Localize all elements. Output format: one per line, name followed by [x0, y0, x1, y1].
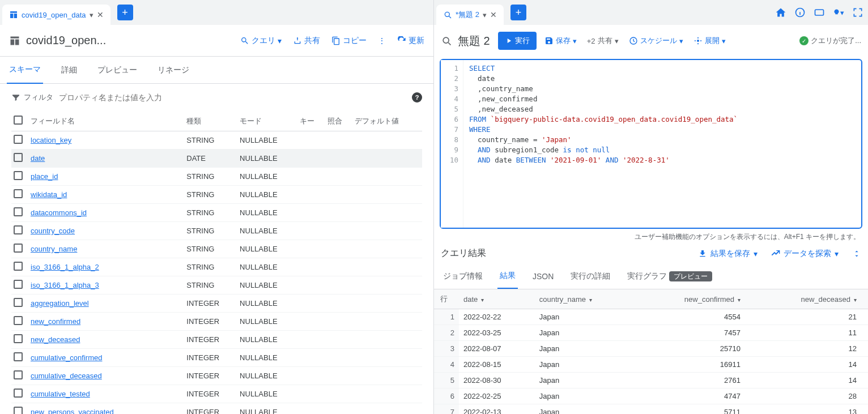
share-button[interactable]: 共有	[293, 36, 320, 46]
table-row[interactable]: new_persons_vaccinated INTEGER NULLABLE	[11, 403, 422, 415]
table-row[interactable]: cumulative_tested INTEGER NULLABLE	[11, 385, 422, 403]
share-button[interactable]: +2 共有 ▾	[587, 36, 619, 46]
tab-details[interactable]: 詳細	[59, 57, 79, 83]
tab-exec-graph[interactable]: 実行グラフプレビュー	[625, 264, 714, 288]
field-link[interactable]: new_confirmed	[31, 317, 80, 326]
lightbulb-icon[interactable]: ▾	[833, 7, 844, 18]
field-link[interactable]: iso_3166_1_alpha_2	[31, 263, 99, 271]
table-row[interactable]: iso_3166_1_alpha_2 STRING NULLABLE	[11, 258, 422, 276]
fullscreen-icon[interactable]	[852, 7, 863, 18]
table-row[interactable]: 6 2022-02-25 Japan 4747 28	[434, 389, 868, 404]
row-checkbox[interactable]	[14, 225, 23, 234]
field-link[interactable]: cumulative_tested	[31, 390, 90, 398]
tab-job-info[interactable]: ジョブ情報	[441, 264, 485, 288]
tab-exec-details[interactable]: 実行の詳細	[568, 264, 612, 288]
table-row[interactable]: date DATE NULLABLE	[11, 150, 422, 168]
results-grid[interactable]: 行 date country_name new_confirmed new_de…	[434, 289, 868, 414]
field-link[interactable]: new_deceased	[31, 335, 80, 344]
col-confirmed[interactable]: new_confirmed	[635, 289, 752, 309]
field-link[interactable]: cumulative_confirmed	[31, 353, 102, 362]
row-checkbox[interactable]	[14, 207, 23, 216]
tab-results[interactable]: 結果	[497, 264, 518, 289]
save-button[interactable]: 保存 ▾	[544, 36, 577, 46]
field-link[interactable]: cumulative_deceased	[31, 372, 102, 380]
col-date[interactable]: date	[459, 289, 535, 309]
row-checkbox[interactable]	[14, 153, 23, 162]
row-checkbox[interactable]	[14, 135, 23, 144]
dropdown-icon[interactable]: ▾	[90, 11, 93, 19]
row-checkbox[interactable]	[14, 189, 23, 198]
explore-button[interactable]: データを探索 ▾	[771, 249, 839, 259]
row-checkbox[interactable]	[14, 316, 23, 325]
row-checkbox[interactable]	[14, 370, 23, 379]
sql-editor[interactable]: 12345678910 SELECT date ,country_name ,n…	[440, 59, 862, 229]
table-row[interactable]: cumulative_confirmed INTEGER NULLABLE	[11, 349, 422, 367]
copy-button[interactable]: コピー	[331, 36, 367, 46]
field-link[interactable]: location_key	[31, 136, 71, 144]
tab-query[interactable]: *無題 2 ▾ ✕	[436, 5, 504, 25]
table-row[interactable]: datacommons_id STRING NULLABLE	[11, 204, 422, 222]
tab-json[interactable]: JSON	[530, 265, 556, 288]
filter-input[interactable]	[59, 93, 406, 102]
run-button[interactable]: 実行	[498, 32, 537, 50]
close-icon[interactable]: ✕	[97, 10, 106, 19]
select-all-checkbox[interactable]	[14, 116, 23, 125]
tab-preview[interactable]: プレビュー	[95, 57, 139, 83]
row-checkbox[interactable]	[14, 407, 23, 414]
col-country[interactable]: country_name	[535, 289, 635, 309]
field-link[interactable]: aggregation_level	[31, 299, 89, 308]
code-area[interactable]: SELECT date ,country_name ,new_confirmed…	[463, 60, 738, 228]
schedule-button[interactable]: スケジール ▾	[629, 36, 683, 46]
field-link[interactable]: new_persons_vaccinated	[31, 408, 114, 414]
table-row[interactable]: location_key STRING NULLABLE	[11, 131, 422, 150]
table-row[interactable]: aggregation_level INTEGER NULLABLE	[11, 295, 422, 313]
tab-lineage[interactable]: リネージ	[155, 57, 192, 83]
row-checkbox[interactable]	[14, 389, 23, 398]
info-icon[interactable]	[794, 7, 806, 18]
field-link[interactable]: country_name	[31, 245, 77, 253]
table-row[interactable]: 3 2022-08-07 Japan 25710 12	[434, 341, 868, 357]
more-button[interactable]: ⋮	[378, 36, 386, 45]
row-checkbox[interactable]	[14, 262, 23, 271]
table-row[interactable]: 7 2022-02-13 Japan 5711 13	[434, 404, 868, 415]
add-tab-button[interactable]: +	[510, 5, 526, 20]
field-link[interactable]: wikidata_id	[31, 190, 67, 199]
refresh-button[interactable]: 更新	[397, 36, 424, 46]
table-row[interactable]: new_deceased INTEGER NULLABLE	[11, 331, 422, 349]
table-row[interactable]: 1 2022-02-22 Japan 4554 21	[434, 309, 868, 325]
row-checkbox[interactable]	[14, 244, 23, 253]
field-link[interactable]: iso_3166_1_alpha_3	[31, 281, 99, 289]
field-link[interactable]: date	[31, 154, 45, 163]
expand-button[interactable]: 展開 ▾	[693, 36, 726, 46]
tab-schema[interactable]: スキーマ	[7, 57, 43, 84]
tab-table[interactable]: covid19_open_data ▾ ✕	[2, 5, 110, 25]
save-results-button[interactable]: 結果を保存 ▾	[698, 249, 758, 259]
table-row[interactable]: new_confirmed INTEGER NULLABLE	[11, 313, 422, 331]
table-row[interactable]: iso_3166_1_alpha_3 STRING NULLABLE	[11, 276, 422, 295]
table-row[interactable]: country_code STRING NULLABLE	[11, 222, 422, 240]
col-deceased[interactable]: new_deceased	[752, 289, 868, 309]
row-checkbox[interactable]	[14, 171, 23, 180]
table-row[interactable]: 2 2022-03-25 Japan 7457 11	[434, 325, 868, 341]
table-row[interactable]: 5 2022-08-30 Japan 2761 14	[434, 373, 868, 389]
field-link[interactable]: datacommons_id	[31, 208, 87, 217]
row-checkbox[interactable]	[14, 334, 23, 343]
dropdown-icon[interactable]: ▾	[483, 11, 487, 19]
expand-results-icon[interactable]	[852, 249, 861, 258]
help-icon[interactable]: ?	[412, 92, 422, 103]
row-checkbox[interactable]	[14, 352, 23, 361]
home-icon[interactable]	[775, 7, 786, 18]
close-icon[interactable]: ✕	[490, 10, 499, 19]
table-row[interactable]: 4 2022-08-15 Japan 16911 14	[434, 357, 868, 373]
row-checkbox[interactable]	[14, 280, 23, 289]
query-button[interactable]: クエリ ▾	[240, 36, 282, 46]
row-checkbox[interactable]	[14, 298, 23, 307]
add-tab-button[interactable]: +	[117, 5, 133, 20]
field-link[interactable]: place_id	[31, 172, 58, 181]
table-row[interactable]: wikidata_id STRING NULLABLE	[11, 186, 422, 204]
table-row[interactable]: place_id STRING NULLABLE	[11, 168, 422, 186]
table-row[interactable]: country_name STRING NULLABLE	[11, 240, 422, 258]
field-link[interactable]: country_code	[31, 227, 75, 235]
keyboard-icon[interactable]	[814, 7, 825, 18]
table-row[interactable]: cumulative_deceased INTEGER NULLABLE	[11, 367, 422, 385]
